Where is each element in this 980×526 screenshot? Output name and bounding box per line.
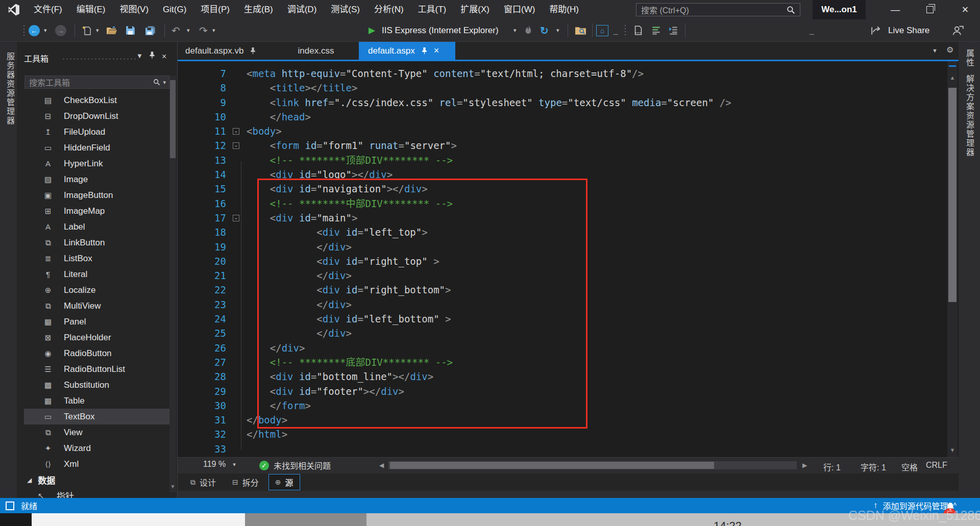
side-panel-tab[interactable]: 属性 bbox=[963, 49, 975, 67]
redo-button[interactable]: ↷ bbox=[199, 19, 208, 41]
code-line[interactable]: 17- <div id="main"> bbox=[178, 211, 947, 225]
tab-list-chevron-icon[interactable]: ▼ bbox=[932, 47, 938, 54]
code-line[interactable]: 32</html> bbox=[178, 427, 947, 441]
line-number[interactable]: 24 bbox=[178, 312, 226, 326]
tab-default-aspx[interactable]: default.aspx × bbox=[359, 42, 455, 60]
toolbox-item[interactable]: ☰ RadioButtonList bbox=[24, 361, 170, 377]
toolbox-section-data[interactable]: ◢ 数据 bbox=[17, 472, 170, 488]
code-line-text[interactable]: </div> bbox=[247, 268, 352, 283]
line-number[interactable]: 11 bbox=[178, 124, 226, 138]
toolbox-item[interactable]: A Label bbox=[24, 219, 170, 235]
toolbox-item[interactable]: ▣ ImageButton bbox=[24, 187, 170, 203]
toolbox-item[interactable]: ⊕ Localize bbox=[24, 282, 170, 298]
code-line-text[interactable]: <div id="footer"></div> bbox=[247, 384, 404, 398]
new-item-dropdown[interactable]: ▾ bbox=[96, 19, 99, 41]
close-tab-icon[interactable]: × bbox=[434, 45, 439, 56]
horizontal-scrollbar-thumb[interactable] bbox=[390, 462, 714, 469]
undo-button[interactable]: ↶ bbox=[172, 19, 180, 41]
code-line-text[interactable]: <div id="navigation"></div> bbox=[247, 182, 428, 196]
fold-margin[interactable] bbox=[226, 167, 247, 182]
cursor-line-indicator[interactable]: 行: 1 bbox=[823, 461, 841, 473]
menu-item[interactable]: 视图(V) bbox=[112, 0, 156, 19]
code-line-text[interactable]: <body> bbox=[247, 124, 282, 138]
code-line[interactable]: 14 <div id="logo"></div> bbox=[178, 167, 947, 182]
toolbox-item[interactable]: ≣ ListBox bbox=[24, 251, 170, 266]
redo-dropdown[interactable]: ▾ bbox=[212, 19, 215, 41]
fold-margin[interactable] bbox=[226, 369, 247, 384]
fold-margin[interactable] bbox=[226, 341, 247, 355]
line-number[interactable]: 30 bbox=[178, 398, 226, 413]
tab-default-aspx-vb[interactable]: default.aspx.vb bbox=[178, 42, 273, 60]
fold-collapse-icon[interactable]: - bbox=[233, 128, 239, 135]
refresh-dropdown[interactable]: ▾ bbox=[556, 19, 559, 41]
fold-margin[interactable]: - bbox=[226, 211, 247, 225]
code-line[interactable]: 24 <div id="left_bottom" > bbox=[178, 312, 947, 326]
save-all-button[interactable] bbox=[145, 19, 156, 41]
toolbox-item[interactable]: ▨ Image bbox=[24, 171, 170, 187]
toolbox-item[interactable]: ▦ Table bbox=[24, 393, 170, 409]
code-line[interactable]: 15 <div id="navigation"></div> bbox=[178, 182, 947, 196]
menu-item[interactable]: 项目(P) bbox=[193, 0, 237, 19]
code-line-text[interactable]: <form id="form1" runat="server"> bbox=[247, 138, 457, 153]
toolbox-item[interactable]: ⧉ View bbox=[24, 424, 170, 440]
fold-margin[interactable] bbox=[226, 283, 247, 297]
code-line[interactable]: 9 <link href="./css/index.css" rel="styl… bbox=[178, 95, 947, 110]
tab-index-css[interactable]: index.css bbox=[273, 42, 359, 60]
menu-item[interactable]: 帮助(H) bbox=[542, 0, 586, 19]
code-line[interactable]: 27 <!-- ********底部DIV******** --> bbox=[178, 355, 947, 369]
hscroll-right-icon[interactable]: ▶ bbox=[802, 462, 807, 469]
code-editor[interactable]: 7<meta http-equiv="Content-Type" content… bbox=[178, 61, 947, 457]
toolbox-drag-grip[interactable] bbox=[62, 57, 138, 60]
code-line[interactable]: 23 </div> bbox=[178, 297, 947, 312]
code-line[interactable]: 31</body> bbox=[178, 413, 947, 427]
line-number[interactable]: 9 bbox=[178, 95, 226, 110]
hot-reload-button[interactable] bbox=[525, 19, 532, 41]
code-line[interactable]: 18 <div id="left_top"> bbox=[178, 225, 947, 239]
line-number[interactable]: 28 bbox=[178, 369, 226, 384]
toolbox-item[interactable]: ↥ FileUpload bbox=[24, 124, 170, 140]
menu-item[interactable]: 测试(S) bbox=[324, 0, 367, 19]
toolbox-item[interactable]: ⧉ LinkButton bbox=[24, 235, 170, 251]
fold-margin[interactable] bbox=[226, 153, 247, 167]
code-line[interactable]: 22 <div id="right_bottom"> bbox=[178, 283, 947, 297]
account-button[interactable] bbox=[951, 19, 964, 41]
fold-margin[interactable] bbox=[226, 297, 247, 312]
code-line-text[interactable]: </html> bbox=[247, 427, 287, 441]
toolbar-grip[interactable] bbox=[22, 24, 26, 37]
fold-margin[interactable]: - bbox=[226, 124, 247, 138]
code-line-text[interactable]: <div id="bottom_line"></div> bbox=[247, 369, 433, 384]
code-line-text[interactable]: <link href="./css/index.css" rel="styles… bbox=[247, 95, 731, 110]
format-selection-button[interactable] bbox=[669, 19, 678, 41]
code-line[interactable]: 25 </div> bbox=[178, 326, 947, 340]
toolbox-item[interactable]: ⊟ DropDownList bbox=[24, 108, 170, 124]
line-number[interactable]: 21 bbox=[178, 268, 226, 283]
toolbox-item[interactable]: ¶ Literal bbox=[24, 266, 170, 282]
fold-margin[interactable] bbox=[226, 442, 247, 456]
live-share-button[interactable] bbox=[871, 19, 883, 41]
code-line-text[interactable]: <meta http-equiv="Content-Type" content=… bbox=[247, 66, 644, 81]
line-number[interactable]: 16 bbox=[178, 196, 226, 211]
code-line-text[interactable]: <div id="right_top" > bbox=[247, 254, 439, 268]
menu-item[interactable]: Git(G) bbox=[156, 0, 193, 19]
fold-margin[interactable] bbox=[226, 196, 247, 211]
pin-icon[interactable] bbox=[250, 47, 256, 55]
fold-margin[interactable] bbox=[226, 240, 247, 254]
menu-item[interactable]: 编辑(E) bbox=[69, 0, 113, 19]
fold-margin[interactable] bbox=[226, 312, 247, 326]
line-number[interactable]: 18 bbox=[178, 225, 226, 239]
toolbox-item[interactable]: ◉ RadioButton bbox=[24, 345, 170, 361]
line-number[interactable]: 26 bbox=[178, 341, 226, 355]
new-project-button[interactable] bbox=[82, 19, 92, 41]
fold-margin[interactable]: - bbox=[226, 138, 247, 153]
scroll-down-icon[interactable]: ▼ bbox=[947, 447, 958, 453]
toolbox-item-pointer[interactable]: ↖ 指针 bbox=[17, 488, 170, 498]
fold-margin[interactable] bbox=[226, 182, 247, 196]
live-share-label[interactable]: Live Share bbox=[888, 19, 929, 41]
code-line-text[interactable]: <!-- ********顶部DIV******** --> bbox=[247, 153, 453, 167]
toolbox-scrollbar-thumb[interactable] bbox=[170, 80, 176, 158]
menu-item[interactable]: 生成(B) bbox=[237, 0, 280, 19]
line-number[interactable]: 27 bbox=[178, 355, 226, 369]
menu-item[interactable]: 工具(T) bbox=[411, 0, 454, 19]
fold-collapse-icon[interactable]: - bbox=[233, 215, 239, 221]
line-number[interactable]: 17 bbox=[178, 211, 226, 225]
